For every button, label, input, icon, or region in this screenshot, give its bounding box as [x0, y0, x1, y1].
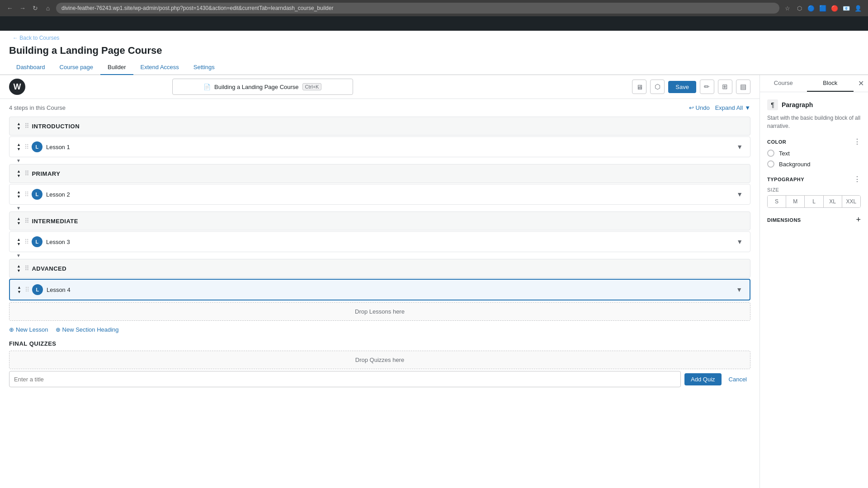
lesson-toggle-4[interactable]	[17, 285, 21, 294]
drag-handle-advanced[interactable]: ⠿	[24, 265, 28, 272]
quiz-title-input[interactable]	[9, 371, 681, 387]
steps-count: 4 steps in this Course	[9, 104, 66, 111]
profile-icon[interactable]: 👤	[854, 4, 863, 13]
tabs-bar: Dashboard Course page Builder Extend Acc…	[0, 60, 868, 75]
drag-handle-intermediate[interactable]: ⠿	[24, 217, 28, 225]
section-advanced: ⠿ ADVANCED ⠿ L Lesson 4 ▼	[9, 259, 750, 300]
drag-handle-lesson-3[interactable]: ⠿	[24, 238, 28, 245]
size-xxl-btn[interactable]: XXL	[842, 196, 860, 207]
lesson-expand-btn-1[interactable]: ▼	[736, 143, 743, 150]
plus-icon-section: ⊕	[56, 326, 61, 333]
drag-handle-primary[interactable]: ⠿	[24, 170, 28, 177]
edit-icon-btn[interactable]: ✏	[700, 80, 714, 94]
section-bottom-toggle-intermediate[interactable]: ▼	[9, 253, 750, 258]
grid-icon-btn[interactable]: ▤	[736, 80, 750, 94]
size-xl-btn[interactable]: XL	[824, 196, 842, 207]
background-color-swatch[interactable]	[767, 160, 774, 168]
plus-icon-lesson: ⊕	[9, 326, 14, 333]
drag-handle-lesson-1[interactable]: ⠿	[24, 143, 28, 150]
drag-handle-lesson-2[interactable]: ⠿	[24, 191, 28, 198]
color-options: Text Background	[767, 150, 861, 168]
lesson-toggle-1[interactable]	[17, 142, 21, 151]
tab-dashboard[interactable]: Dashboard	[9, 60, 52, 75]
right-sidebar: Course Block ✕ ¶ Paragraph Start with th…	[760, 75, 868, 488]
sidebar-close-button[interactable]: ✕	[854, 76, 868, 91]
layout-icon-btn[interactable]: ⊞	[718, 80, 732, 94]
text-color-swatch[interactable]	[767, 150, 774, 157]
color-section-title: Color ⋮	[767, 137, 861, 146]
size-l-btn[interactable]: L	[805, 196, 823, 207]
ext3-icon[interactable]: 🟦	[818, 4, 827, 13]
external-link-btn[interactable]: ⬡	[650, 80, 665, 94]
tab-settings[interactable]: Settings	[186, 60, 222, 75]
tab-builder[interactable]: Builder	[100, 60, 133, 75]
section-heading-introduction: ⠿ INTRODUCTION	[9, 117, 750, 136]
tab-course-page[interactable]: Course page	[52, 60, 100, 75]
size-s-btn[interactable]: S	[768, 196, 786, 207]
drag-handle-introduction[interactable]: ⠿	[24, 122, 28, 130]
lesson-item-4: ⠿ L Lesson 4 ▼	[9, 279, 750, 300]
lesson-title-2: Lesson 2	[46, 191, 733, 198]
ext2-icon[interactable]: 🔵	[807, 4, 816, 13]
add-dimensions-btn[interactable]: +	[856, 215, 861, 225]
color-option-text[interactable]: Text	[767, 150, 861, 157]
drop-lessons-zone: Drop Lessons here	[9, 302, 750, 321]
section-bottom-toggle-intro[interactable]: ▼	[9, 158, 750, 163]
section-toggle-primary[interactable]	[17, 169, 21, 178]
admin-topnav	[0, 16, 868, 31]
color-more-btn[interactable]: ⋮	[854, 137, 861, 146]
lesson-title-1: Lesson 1	[46, 144, 733, 150]
size-m-btn[interactable]: M	[786, 196, 805, 207]
lesson-toggle-3[interactable]	[17, 237, 21, 246]
drag-handle-lesson-4[interactable]: ⠿	[25, 286, 28, 293]
color-option-background[interactable]: Background	[767, 160, 861, 168]
sidebar-tabs: Course Block ✕	[760, 75, 868, 92]
ext5-icon[interactable]: 📧	[842, 4, 851, 13]
ext1-icon[interactable]: ⬡	[795, 4, 804, 13]
section-bottom-toggle-primary[interactable]: ▼	[9, 206, 750, 211]
section-intermediate: ⠿ INTERMEDIATE ⠿ L Lesson 3 ▼ ▼	[9, 211, 750, 258]
typography-section: Typography ⋮ SIZE S M L XL XXL	[767, 175, 861, 208]
back-btn[interactable]: ←	[5, 4, 14, 13]
size-label: SIZE	[767, 187, 861, 192]
typography-more-btn[interactable]: ⋮	[854, 175, 861, 183]
url-bar[interactable]: divine-feather-76243.wp1.site/wp-admin/p…	[56, 3, 779, 14]
home-btn[interactable]: ⌂	[43, 4, 52, 13]
add-btns-row: ⊕ New Lesson ⊕ New Section Heading	[9, 323, 750, 337]
section-toggle-introduction[interactable]	[17, 122, 21, 131]
section-heading-primary: ⠿ PRIMARY	[9, 164, 750, 183]
cancel-quiz-button[interactable]: Cancel	[725, 373, 750, 385]
block-description: Start with the basic building block of a…	[767, 114, 861, 130]
lesson-expand-btn-2[interactable]: ▼	[736, 191, 743, 198]
section-toggle-advanced[interactable]	[17, 264, 21, 273]
lesson-item-2: ⠿ L Lesson 2 ▼	[9, 184, 750, 205]
ext4-icon[interactable]: 🔴	[830, 4, 839, 13]
lesson-expand-btn-4[interactable]: ▼	[736, 286, 742, 293]
steps-actions: ↩ Undo Expand All ▼	[689, 104, 750, 111]
add-lesson-button[interactable]: ⊕ New Lesson	[9, 326, 48, 333]
tab-extend-access[interactable]: Extend Access	[133, 60, 186, 75]
steps-header: 4 steps in this Course ↩ Undo Expand All…	[9, 99, 750, 117]
forward-btn[interactable]: →	[18, 4, 27, 13]
course-title-button[interactable]: 📄 Building a Landing Page Course Ctrl+K	[172, 79, 353, 95]
lesson-expand-btn-3[interactable]: ▼	[736, 238, 743, 245]
refresh-btn[interactable]: ↻	[31, 4, 40, 13]
undo-button[interactable]: ↩ Undo	[689, 104, 710, 111]
section-heading-advanced: ⠿ ADVANCED	[9, 259, 750, 278]
section-toggle-intermediate[interactable]	[17, 216, 21, 225]
add-quiz-button[interactable]: Add Quiz	[684, 373, 721, 385]
expand-all-button[interactable]: Expand All ▼	[715, 104, 750, 111]
lesson-title-4: Lesson 4	[47, 286, 732, 293]
sidebar-content: ¶ Paragraph Start with the basic buildin…	[760, 92, 868, 488]
keyboard-shortcut: Ctrl+K	[302, 83, 322, 90]
tab-block[interactable]: Block	[807, 75, 854, 92]
tab-course[interactable]: Course	[760, 75, 807, 92]
lesson-toggle-2[interactable]	[17, 190, 21, 199]
desktop-view-btn[interactable]: 🖥	[632, 80, 646, 94]
add-section-heading-button[interactable]: ⊕ New Section Heading	[56, 326, 119, 333]
star-icon[interactable]: ☆	[783, 4, 792, 13]
save-button[interactable]: Save	[668, 81, 696, 93]
back-to-courses-link[interactable]: ← Back to Courses	[9, 33, 63, 43]
final-quizzes-heading: FINAL QUIZZES	[9, 337, 750, 349]
section-introduction: ⠿ INTRODUCTION ⠿ L Lesson 1 ▼ ▼	[9, 117, 750, 163]
